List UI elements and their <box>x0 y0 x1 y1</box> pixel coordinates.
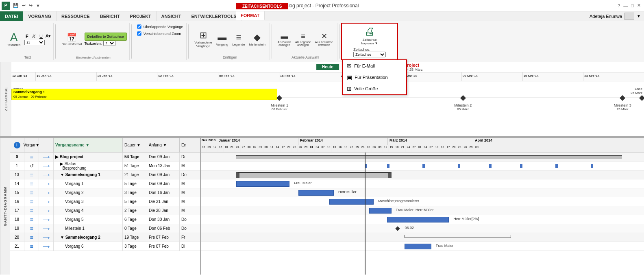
tab-bericht[interactable]: BERICHT <box>95 11 125 21</box>
col-header-start[interactable]: Anfang ▼ <box>147 138 180 152</box>
checkboxes-content: Überlappende Vorgänge Verschieben und Zo… <box>136 24 184 59</box>
checkbox-ueberlappend[interactable]: Überlappende Vorgänge <box>136 24 184 30</box>
month-labels: Dez 2013 Januar 2014 Februar 2014 März 2… <box>201 138 644 145</box>
gantt-bar-v4 <box>369 208 392 214</box>
ribbon-group-text: A Textarten F K U A▾ 11 Text <box>2 23 54 60</box>
row-mode-15: ⟶ <box>39 188 54 197</box>
row-num-15: 15 <box>10 188 24 197</box>
save-btn[interactable]: 💾 <box>11 2 20 9</box>
row-ind-16: ≡ <box>24 197 39 206</box>
dropdown-email[interactable]: ✉ Für E-Mail <box>343 60 406 72</box>
font-size-select[interactable]: 11 <box>24 40 45 45</box>
tab-ressource[interactable]: RESSOURCE <box>57 11 95 21</box>
vorgang-btn[interactable]: ▬ Vorgang <box>214 31 230 47</box>
milestone2-area: Milestein 2 05 März <box>454 96 472 111</box>
table-row: 14 ≡ ⟶ Vorgang 1 5 Tage Don 09 Jan M <box>10 179 200 188</box>
milestone2-label: Milestein 2 <box>454 103 472 107</box>
row-ind-15: ≡ <box>24 188 39 197</box>
row-end-14: M <box>180 179 200 188</box>
vorhandene-vorgaenge-btn[interactable]: ⊞ VorhandeneVorgänge <box>193 29 213 49</box>
help-btn[interactable]: ? <box>618 3 620 8</box>
tab-datei[interactable]: DATEI <box>0 11 23 21</box>
datumsformat-btn[interactable]: 📅 Datumsformat <box>60 32 83 47</box>
milestone1-diamond <box>276 95 282 101</box>
col-header-duration[interactable]: Dauer ▼ <box>123 138 147 152</box>
aus-zeitachse-btn[interactable]: ✕ Aus Zeitachseentfernen <box>313 31 335 47</box>
info-icon: i <box>14 142 20 148</box>
dropdown-praesentation[interactable]: ▣ Für Präsentation <box>343 72 406 83</box>
milestone1-area: Milestein 1 06 Februar <box>271 96 288 111</box>
einfuegen-content: ⊞ VorhandeneVorgänge ▬ Vorgang ≡ Legende… <box>193 24 267 55</box>
tab-projekt[interactable]: PROJEKT <box>125 11 157 21</box>
aus-zeitachse-label: Aus Zeitachseentfernen <box>315 41 333 46</box>
timeline-bar-sammelvorgang[interactable]: Sammelvorgang 1 09 Januar - 06 Februar <box>11 89 277 100</box>
zeitachse-kopieren-btn[interactable]: 🖨 Zeitachsekopieren ▼ <box>360 24 380 46</box>
row-num-18: 18 <box>10 215 24 224</box>
underline-btn[interactable]: U <box>38 33 44 39</box>
sep2 <box>131 24 132 59</box>
title-bar-right: ? — □ ✕ <box>618 0 641 11</box>
legende-btn[interactable]: ≡ Legende <box>231 31 246 47</box>
more-btn[interactable]: ▼ <box>34 2 42 9</box>
textarten-btn[interactable]: A Textarten <box>4 31 24 48</box>
timeline-end-label: Ende25 März <box>631 87 642 96</box>
row-dur-15: 3 Tage <box>123 188 147 197</box>
chart-row-0 <box>201 153 644 161</box>
als-legende-label: Als Legendeanzeigen <box>295 41 311 46</box>
font-row1: F K U A▾ <box>24 33 51 39</box>
gantt-bar-v2 <box>298 190 334 196</box>
row-ind-0: ≡ <box>24 153 39 161</box>
tab-ansicht[interactable]: ANSICHT <box>157 11 187 21</box>
row-end-1: M <box>180 161 200 170</box>
today-btn[interactable]: Heute <box>316 64 339 70</box>
row-dur-13: 21 Tage <box>123 170 147 179</box>
today-label: Heute <box>316 64 339 70</box>
redo-btn[interactable]: ↪ <box>27 2 34 9</box>
period-apr: April 2014 <box>473 138 644 145</box>
close-btn[interactable]: ✕ <box>637 3 641 8</box>
tab-entwicklertools[interactable]: ENTWICKLERTOOLS <box>186 11 242 21</box>
end-diamond-shape <box>639 95 644 101</box>
gantt-label-v6: Frau Maier <box>436 244 454 248</box>
sep3 <box>188 24 189 59</box>
minimize-btn[interactable]: — <box>623 3 628 8</box>
zeitachse-select[interactable]: Zeitachse <box>353 52 386 57</box>
maximize-btn[interactable]: □ <box>631 3 634 8</box>
detaillierte-btn[interactable]: Detaillierte Zeitachse <box>85 33 127 41</box>
title-bar-tools: P 💾 ↩ ↪ ▼ <box>0 0 42 11</box>
gantt-sammelvorgang2-line <box>405 238 511 238</box>
dropdown-praesentation-label: Für Präsentation <box>355 75 387 80</box>
meilenstein-btn[interactable]: ◆ Meilenstein <box>247 31 267 47</box>
row-name-18: Vorgang 5 <box>54 215 123 224</box>
table-row: 15 ≡ ⟶ Vorgang 2 3 Tage Don 16 Jan M <box>10 188 200 197</box>
row-ind-18: ≡ <box>24 215 39 224</box>
tab-format[interactable]: FORMAT <box>236 11 265 20</box>
day-numbers: 06 09 12 15 18 21 24 27 30 02 05 08 11 1… <box>201 145 644 152</box>
table-row: 13 ≡ ⟶ ▼ Sammelvorgang 1 21 Tage Don 09 … <box>10 170 200 179</box>
user-dropdown[interactable]: ▼ <box>637 14 641 18</box>
meilenstein-icon: ◆ <box>254 32 261 43</box>
col-header-ind: Vorgar▼ <box>24 138 39 152</box>
checkbox-verschieben[interactable]: Verschieben und Zoom <box>136 31 182 37</box>
bold-btn[interactable]: F <box>24 33 30 39</box>
row-ind-21: ≡ <box>24 242 39 251</box>
col-header-taskname[interactable]: Vorgangsname ▼ <box>54 138 123 152</box>
gantt-sv2-right <box>511 235 511 238</box>
gantt-bar-v1 <box>236 181 289 187</box>
row-start-20: Fre 07 Feb <box>147 233 180 242</box>
row-ind-19: ≡ <box>24 224 39 233</box>
row-name-16: Vorgang 3 <box>54 197 123 206</box>
col-header-end[interactable]: En <box>180 138 200 152</box>
als-balken-btn[interactable]: ▬ Als Balkenanzeigen <box>276 31 293 47</box>
row-start-19: Don 06 Feb <box>147 224 180 233</box>
dropdown-volle-groesse[interactable]: ⊞ Volle Größe <box>343 83 406 94</box>
row-name-0: ▶ Blog project <box>54 153 123 161</box>
undo-btn[interactable]: ↩ <box>20 2 27 9</box>
row-ind-1: ↺ <box>24 161 39 170</box>
italic-btn[interactable]: K <box>31 33 37 39</box>
row-ind-14: ≡ <box>24 179 39 188</box>
textzeilen-select[interactable]: 2 <box>103 41 115 46</box>
gantt-col-headers: i Vorgar▼ Vorgangsname ▼ Dauer ▼ Anfang … <box>10 138 200 153</box>
tab-vorgang[interactable]: VORGANG <box>23 11 57 21</box>
als-legende-btn[interactable]: ≡ Als Legendeanzeigen <box>294 31 313 47</box>
